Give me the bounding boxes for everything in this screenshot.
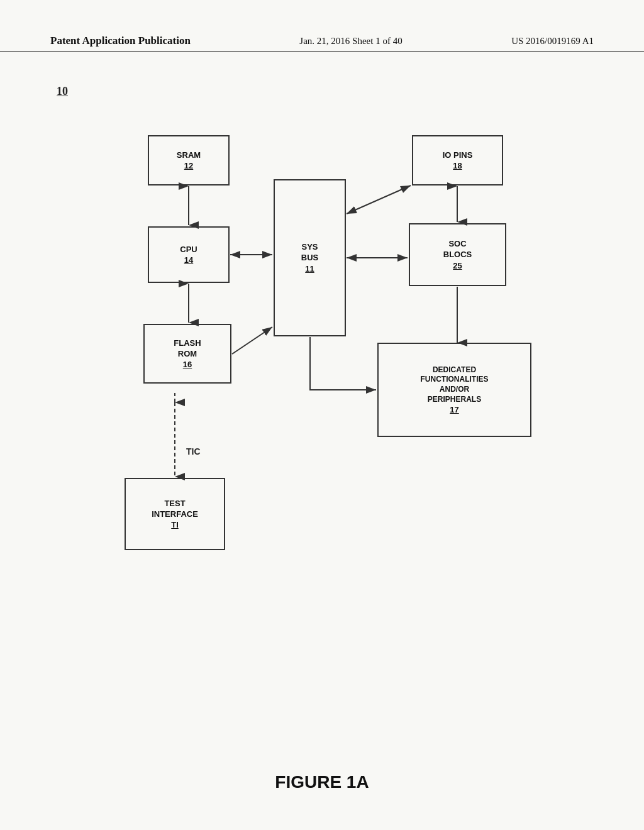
dedicated-num: 17 — [450, 405, 458, 414]
sysbus-label: SYSBUS — [301, 242, 318, 263]
iopins-num: 18 — [453, 161, 462, 170]
cpu-num: 14 — [184, 255, 193, 265]
flash-block: FLASHROM 16 — [143, 324, 231, 384]
header: Patent Application Publication Jan. 21, … — [0, 35, 644, 52]
sram-block: SRAM 12 — [148, 135, 230, 185]
cpu-block: CPU 14 — [148, 226, 230, 283]
socblocs-label: SOCBLOCS — [443, 239, 472, 260]
socblocs-block: SOCBLOCS 25 — [409, 223, 506, 286]
tic-label: TIC — [186, 446, 201, 456]
cpu-label: CPU — [180, 245, 197, 255]
test-interface-label: TESTINTERFACE — [152, 499, 198, 520]
flash-num: 16 — [183, 360, 192, 369]
sysbus-block: SYSBUS 11 — [274, 179, 346, 336]
sram-label: SRAM — [177, 150, 201, 161]
figure-ref-label: 10 — [57, 85, 68, 98]
flash-label: FLASHROM — [174, 338, 201, 360]
iopins-block: IO PINS 18 — [412, 135, 503, 185]
page: Patent Application Publication Jan. 21, … — [0, 0, 644, 830]
sysbus-num: 11 — [305, 264, 314, 274]
sysbus-iopins-arrow — [347, 185, 411, 214]
patent-number-label: US 2016/0019169 A1 — [511, 36, 594, 47]
socblocs-num: 25 — [453, 261, 462, 270]
diagram-area: 10 SRAM 12 CPU 14 FLASHROM 16 SYSBUS 11 … — [50, 63, 594, 717]
dedicated-block: DEDICATEDFUNCTIONALITIESAND/ORPERIPHERAL… — [377, 343, 531, 437]
figure-caption: FIGURE 1A — [0, 772, 644, 792]
flash-sysbus-arrow — [232, 327, 272, 354]
date-sheet-label: Jan. 21, 2016 Sheet 1 of 40 — [299, 36, 402, 47]
iopins-label: IO PINS — [443, 150, 473, 161]
sram-num: 12 — [184, 161, 193, 170]
publication-label: Patent Application Publication — [50, 35, 191, 47]
dedicated-label: DEDICATEDFUNCTIONALITIESAND/ORPERIPHERAL… — [421, 365, 489, 404]
test-interface-block: TESTINTERFACE TI — [125, 478, 225, 550]
test-interface-num: TI — [171, 520, 179, 529]
sysbus-dedicated-arrow — [310, 337, 376, 390]
